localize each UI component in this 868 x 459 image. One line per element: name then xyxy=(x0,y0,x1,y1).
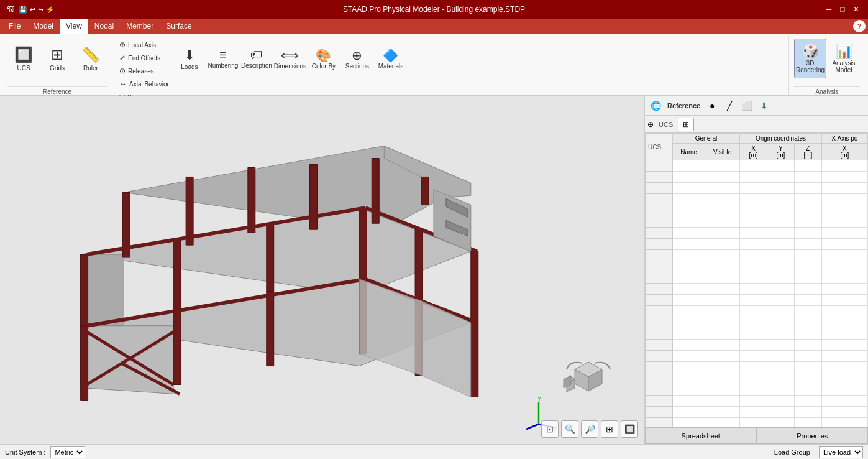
line-button[interactable]: ╱ xyxy=(721,98,738,114)
zoom-in-button[interactable]: 🔍 xyxy=(561,420,578,438)
down-arrow-button[interactable]: ⬇ xyxy=(756,98,772,114)
building-svg xyxy=(0,96,644,444)
analysis-model-button[interactable]: 📊 AnalysisModel xyxy=(828,39,860,78)
close-button[interactable]: ✕ xyxy=(851,4,862,15)
svg-line-45 xyxy=(526,424,539,429)
3d-rendering-icon: 🎲 xyxy=(802,44,819,60)
table-row xyxy=(646,407,868,418)
sections-button[interactable]: ⊕ Sections xyxy=(341,39,373,78)
visible-col-header: Visible xyxy=(705,144,740,160)
menu-nodal[interactable]: Nodal xyxy=(88,19,120,34)
3d-rendering-button[interactable]: 🎲 3DRendering xyxy=(794,39,826,78)
table-row xyxy=(646,239,868,250)
menu-view[interactable]: View xyxy=(60,19,88,34)
svg-marker-15 xyxy=(267,223,274,292)
app-icon: 🏗 xyxy=(6,4,15,14)
ribbon-group-reference: 🔲 UCS ⊞ Grids 📏 Ruler Reference xyxy=(4,36,111,95)
table-row xyxy=(646,373,868,384)
status-bar: Unit System : Metric Load Group : Live l… xyxy=(0,444,868,459)
match-view-button[interactable]: 🔲 xyxy=(621,420,638,438)
table-row xyxy=(646,172,868,183)
analysis-group-label: Analysis xyxy=(794,86,860,95)
axial-behavior-button[interactable]: ↔ Axial Behavior xyxy=(116,78,172,90)
navigation-cube[interactable] xyxy=(557,357,619,407)
right-panel: 🌐 Reference ● ╱ ⬜ ⬇ ⊕ UCS ⊞ UCS General … xyxy=(644,96,868,444)
table-row xyxy=(646,228,868,239)
zoom-window-button[interactable]: ⊞ xyxy=(601,420,618,438)
zoom-out-button[interactable]: 🔎 xyxy=(581,420,598,438)
table-row xyxy=(646,306,868,317)
description-icon: 🏷 xyxy=(250,48,263,62)
table-row xyxy=(646,396,868,407)
dimensions-icon: ⟺ xyxy=(281,48,299,63)
materials-button[interactable]: 🔷 Materials xyxy=(375,39,407,78)
releases-button[interactable]: ⊙ Releases xyxy=(116,65,172,77)
ribbon: 🔲 UCS ⊞ Grids 📏 Ruler Reference ⊕ xyxy=(0,34,868,96)
general-header: General xyxy=(673,134,740,144)
svg-marker-9 xyxy=(248,167,255,233)
model-buttons: ⊕ Local Axis ⤢ End Offsets ⊙ Releases ↔ … xyxy=(116,36,407,103)
ucs-row-label: UCS xyxy=(656,121,675,128)
globe-button[interactable]: 🌐 xyxy=(647,98,664,114)
end-offsets-icon: ⤢ xyxy=(119,53,126,62)
zoom-extent-button[interactable]: ⊡ xyxy=(541,420,559,438)
svg-marker-12 xyxy=(421,177,429,205)
color-by-icon: 🎨 xyxy=(316,48,331,63)
reference-panel-label: Reference xyxy=(665,102,703,109)
main-area: Y Z ⊡ 🔍 🔎 ⊞ 🔲 🌐 Reference ● ╱ ⬜ ⬇ ⊕ UCS xyxy=(0,96,868,444)
table-row xyxy=(646,250,868,261)
properties-button[interactable]: Properties xyxy=(757,427,869,444)
ruler-button[interactable]: 📏 Ruler xyxy=(75,39,107,78)
z-col-header: Z[m] xyxy=(794,144,821,160)
menu-bar: File Model View Nodal Member Surface ? xyxy=(0,19,868,34)
title-bar: 🏗 💾 ↩ ↪ ⚡ STAAD.Pro Physical Modeler - B… xyxy=(0,0,868,19)
dot-button[interactable]: ● xyxy=(704,98,720,114)
zoom-controls: ⊡ 🔍 🔎 ⊞ 🔲 xyxy=(541,420,638,438)
local-axis-button[interactable]: ⊕ Local Axis xyxy=(116,39,172,51)
table-row xyxy=(646,362,868,373)
table-row xyxy=(646,160,868,172)
numbering-button[interactable]: ≡ Numbering xyxy=(207,39,239,78)
svg-marker-13 xyxy=(81,254,88,329)
end-offsets-button[interactable]: ⤢ End Offsets xyxy=(116,52,172,64)
svg-marker-14 xyxy=(173,239,181,310)
x-col-header: X[m] xyxy=(740,144,767,160)
app-title: STAAD.Pro Physical Modeler - Building ex… xyxy=(343,5,525,14)
svg-marker-24 xyxy=(471,323,478,397)
window-controls[interactable]: ─ □ ✕ xyxy=(823,4,862,15)
maximize-button[interactable]: □ xyxy=(837,4,848,15)
dimensions-button[interactable]: ⟺ Dimensions xyxy=(274,39,306,78)
minimize-button[interactable]: ─ xyxy=(823,4,834,15)
ruler-icon: 📏 xyxy=(81,46,100,63)
table-row xyxy=(646,328,868,340)
local-axis-icon: ⊕ xyxy=(119,40,126,49)
menu-surface[interactable]: Surface xyxy=(160,19,198,34)
ucs-button[interactable]: 🔲 UCS xyxy=(7,39,40,78)
menu-model[interactable]: Model xyxy=(27,19,60,34)
svg-marker-21 xyxy=(267,292,274,366)
load-group-select[interactable]: Live load xyxy=(819,446,863,458)
select-square-button[interactable]: ⬜ xyxy=(739,98,755,114)
table-row xyxy=(646,183,868,194)
table-row xyxy=(646,340,868,351)
menu-member[interactable]: Member xyxy=(120,19,160,34)
help-button[interactable]: ? xyxy=(853,20,866,32)
svg-marker-19 xyxy=(81,326,88,401)
viewport[interactable]: Y Z ⊡ 🔍 🔎 ⊞ 🔲 xyxy=(0,96,644,444)
ucs-grid-button[interactable]: ⊞ xyxy=(678,118,694,131)
unit-system-select[interactable]: Metric xyxy=(50,446,85,458)
xaxis-header: X Axis po xyxy=(821,134,867,144)
panel-table-container[interactable]: UCS General Origin coordinates X Axis po… xyxy=(645,133,868,427)
ribbon-group-rendering: 🎲 3DRendering 📊 AnalysisModel Analysis xyxy=(790,36,864,95)
description-button[interactable]: 🏷 Description xyxy=(240,39,273,78)
menu-file[interactable]: File xyxy=(2,19,27,34)
releases-icon: ⊙ xyxy=(119,67,126,75)
ucs-row: ⊕ UCS ⊞ xyxy=(645,116,868,133)
table-row xyxy=(646,295,868,306)
loads-button[interactable]: ⬇ Loads xyxy=(173,39,206,78)
spreadsheet-button[interactable]: Spreadsheet xyxy=(645,427,757,444)
color-by-button[interactable]: 🎨 Color By xyxy=(308,39,340,78)
table-row xyxy=(646,284,868,295)
ribbon-group-model: ⊕ Local Axis ⤢ End Offsets ⊙ Releases ↔ … xyxy=(112,36,789,95)
grids-button[interactable]: ⊞ Grids xyxy=(41,39,73,78)
